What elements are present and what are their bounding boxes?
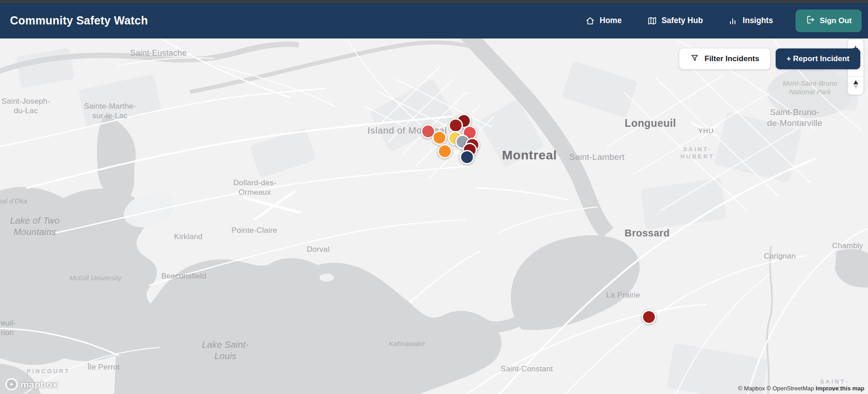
map-canvas[interactable]: Saint-EustacheSaint-Joseph- du-LacSainte… <box>0 38 868 394</box>
home-icon <box>585 16 595 26</box>
sign-out-label: Sign Out <box>820 16 852 25</box>
nav-item-label: Safety Hub <box>662 16 703 25</box>
attribution-improve-link[interactable]: Improve this map <box>816 385 864 392</box>
nav-item-home[interactable]: Home <box>585 16 622 26</box>
incident-marker[interactable] <box>642 310 656 324</box>
report-incident-button[interactable]: + Report Incident <box>776 48 860 69</box>
attribution-osm-link[interactable]: © OpenStreetMap <box>767 385 814 392</box>
sign-out-icon <box>806 15 815 27</box>
incident-marker[interactable] <box>460 150 474 164</box>
map-attribution: © Mapbox © OpenStreetMap Improve this ma… <box>738 385 864 392</box>
app-title: Community Safety Watch <box>10 14 148 27</box>
nav-item-label: Insights <box>743 16 773 25</box>
map-action-buttons: Filter Incidents + Report Incident <box>679 48 860 69</box>
incident-marker[interactable] <box>432 130 447 145</box>
compass-needle-icon <box>852 79 860 92</box>
nav-item-label: Home <box>600 16 622 25</box>
nav-item-insights[interactable]: Insights <box>728 16 773 26</box>
compass-button[interactable] <box>848 77 863 95</box>
navbar: Community Safety Watch Home Safety Hub I… <box>0 3 868 38</box>
filter-incidents-button[interactable]: Filter Incidents <box>679 48 770 69</box>
funnel-icon <box>690 53 699 65</box>
nav-item-safety-hub[interactable]: Safety Hub <box>647 16 703 26</box>
attribution-mapbox-link[interactable]: © Mapbox <box>738 385 765 392</box>
mapbox-logo-text: mapbox <box>20 379 57 390</box>
bar-chart-icon <box>728 16 738 26</box>
navbar-links: Home Safety Hub Insights Sign Out <box>585 10 862 32</box>
map-icon <box>647 16 657 26</box>
sign-out-button[interactable]: Sign Out <box>796 10 862 32</box>
incident-marker[interactable] <box>438 144 452 159</box>
app-root: Community Safety Watch Home Safety Hub I… <box>0 0 868 394</box>
filter-incidents-label: Filter Incidents <box>705 54 759 63</box>
mapbox-logo[interactable]: mapbox <box>5 378 57 390</box>
mapbox-logo-icon <box>5 378 18 390</box>
incident-markers-layer <box>0 38 868 394</box>
